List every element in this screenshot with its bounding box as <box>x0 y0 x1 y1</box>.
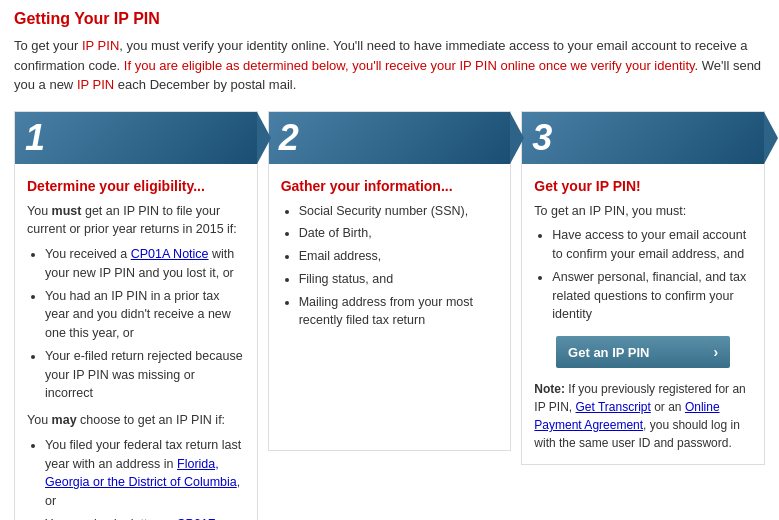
page-title: Getting Your IP PIN <box>14 10 765 28</box>
florida-georgia-dc-link[interactable]: Florida, Georgia or the District of Colu… <box>45 457 237 490</box>
card1-body: Determine your eligibility... You must g… <box>15 164 257 521</box>
list-item: Filing status, and <box>299 270 499 289</box>
card3-requirements-list: Have access to your email account to con… <box>534 226 752 324</box>
card3-note: Note: If you previously registered for a… <box>534 380 752 452</box>
list-item: Answer personal, financial, and tax rela… <box>552 268 752 324</box>
intro-paragraph: To get your IP PIN, you must verify your… <box>14 36 765 95</box>
list-item: Have access to your email account to con… <box>552 226 752 264</box>
list-item: Mailing address from your most recently … <box>299 293 499 331</box>
card2-banner: 2 <box>269 112 511 164</box>
ip-pin-ref-3: IP PIN <box>77 77 114 92</box>
get-transcript-link[interactable]: Get Transcript <box>575 400 650 414</box>
button-arrow-icon: › <box>714 344 719 360</box>
ip-pin-ref-2: IP PIN <box>459 58 496 73</box>
ip-pin-ref-1: IP PIN <box>82 38 119 53</box>
list-item: Email address, <box>299 247 499 266</box>
card3-heading: Get your IP PIN! <box>534 178 752 194</box>
card1-may-text: You may choose to get an IP PIN if: <box>27 411 245 430</box>
card3-number: 3 <box>532 120 552 156</box>
card1-heading: Determine your eligibility... <box>27 178 245 194</box>
card3-body: Get your IP PIN! To get an IP PIN, you m… <box>522 164 764 465</box>
cp01a-notice-link[interactable]: CP01A Notice <box>131 247 209 261</box>
card2-body: Gather your information... Social Securi… <box>269 164 511 351</box>
list-item: You filed your federal tax return last y… <box>45 436 245 511</box>
card-eligibility: 1 Determine your eligibility... You must… <box>14 111 258 521</box>
get-ip-pin-button[interactable]: Get an IP PIN › <box>556 336 730 368</box>
eligibility-highlight: If you are eligible as determined below,… <box>124 58 695 73</box>
cards-container: 1 Determine your eligibility... You must… <box>14 111 765 521</box>
card3-banner: 3 <box>522 112 764 164</box>
card2-number: 2 <box>279 120 299 156</box>
card3-intro: To get an IP PIN, you must: <box>534 202 752 221</box>
note-label: Note: <box>534 382 565 396</box>
card-get-pin: 3 Get your IP PIN! To get an IP PIN, you… <box>521 111 765 466</box>
card1-must-text: You must get an IP PIN to file your curr… <box>27 202 245 240</box>
card1-must-list: You received a CP01A Notice with your ne… <box>27 245 245 403</box>
card1-number: 1 <box>25 120 45 156</box>
list-item: Social Security number (SSN), <box>299 202 499 221</box>
list-item: Your e-filed return rejected because you… <box>45 347 245 403</box>
card2-info-list: Social Security number (SSN), Date of Bi… <box>281 202 499 331</box>
list-item: You received a letter or CP01F Notice in… <box>45 515 245 520</box>
card1-may-list: You filed your federal tax return last y… <box>27 436 245 520</box>
card1-banner: 1 <box>15 112 257 164</box>
list-item: You had an IP PIN in a prior tax year an… <box>45 287 245 343</box>
get-pin-button-label: Get an IP PIN <box>568 345 649 360</box>
list-item: You received a CP01A Notice with your ne… <box>45 245 245 283</box>
card2-heading: Gather your information... <box>281 178 499 194</box>
list-item: Date of Birth, <box>299 224 499 243</box>
card-information: 2 Gather your information... Social Secu… <box>268 111 512 451</box>
